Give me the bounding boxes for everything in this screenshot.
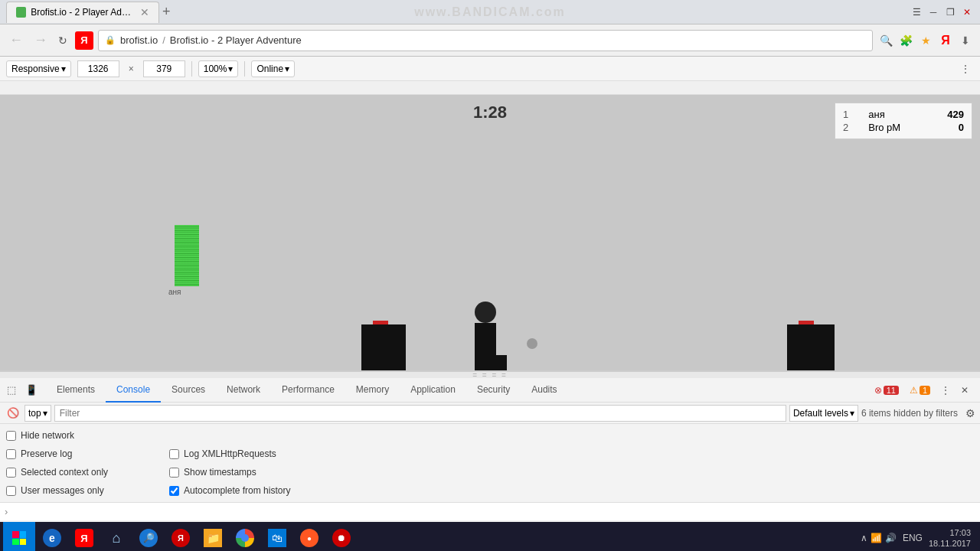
- preserve-log-label: Preserve log: [21, 448, 72, 459]
- menu-icon[interactable]: ☰: [910, 5, 923, 19]
- console-input-row: ›: [0, 502, 980, 520]
- start-button[interactable]: [3, 522, 35, 551]
- error-badge: 11: [884, 386, 899, 395]
- clear-console-button[interactable]: 🚫: [5, 405, 21, 422]
- forward-button[interactable]: →: [31, 31, 51, 50]
- clock[interactable]: 17:03 18.11.2017: [929, 527, 971, 549]
- ya2-icon: Я: [172, 529, 190, 547]
- show-timestamps-checkbox[interactable]: [169, 468, 179, 478]
- ruler: [0, 81, 980, 95]
- level-selector[interactable]: Default levels ▾: [789, 405, 858, 422]
- dimension-separator: ×: [126, 64, 137, 74]
- responsive-toolbar: Responsive ▾ × 100% ▾ Online ▾ ⋮: [0, 57, 980, 81]
- platform-left: [361, 324, 406, 370]
- selected-context-label: Selected context only: [21, 467, 108, 478]
- responsive-dropdown[interactable]: Responsive ▾: [6, 60, 71, 77]
- language-indicator[interactable]: ENG: [900, 533, 926, 543]
- player2-score: 0: [959, 122, 964, 133]
- platform-center: [475, 355, 507, 370]
- system-tray: ∧ 📶 🔊 ENG 17:03 18.11.2017: [861, 527, 977, 549]
- browser-tab[interactable]: Brofist.io - 2 Player Adve... ✕: [6, 2, 159, 23]
- tab-close-button[interactable]: ✕: [140, 6, 149, 18]
- taskbar-orange[interactable]: ●: [294, 522, 325, 551]
- yandex-logo: Я: [75, 31, 93, 50]
- autocomplete-checkbox[interactable]: [169, 486, 179, 496]
- selected-context-checkbox[interactable]: [6, 468, 16, 478]
- taskbar-store[interactable]: 🛍: [262, 522, 292, 551]
- new-tab-button[interactable]: +: [162, 4, 171, 20]
- user-messages-option: User messages only: [6, 482, 108, 499]
- player1-score: 429: [947, 109, 964, 120]
- score-row-2: 2 Bro pM 0: [843, 121, 964, 134]
- tab-performance[interactable]: Performance: [271, 378, 345, 403]
- error-icon: ⊗: [874, 385, 882, 396]
- mobile-button[interactable]: 📱: [23, 382, 40, 399]
- player-green-label: аня: [168, 288, 181, 296]
- settings-button[interactable]: ⋮: [957, 60, 974, 77]
- taskbar-search[interactable]: 🔎: [133, 522, 164, 551]
- zoom-arrow: ▾: [228, 64, 233, 74]
- inspect-element-button[interactable]: ⬚: [3, 382, 20, 399]
- store-icon: 🛍: [268, 529, 286, 547]
- taskbar-ie[interactable]: e: [37, 522, 67, 551]
- context-selector[interactable]: top ▾: [24, 405, 51, 422]
- more-options-button[interactable]: ⋮: [937, 383, 954, 397]
- network-tray-icon[interactable]: 📶: [871, 533, 882, 543]
- tab-security[interactable]: Security: [466, 378, 521, 403]
- tab-elements[interactable]: Elements: [46, 378, 106, 403]
- restore-button[interactable]: ❒: [943, 5, 957, 19]
- zoom-label: 100%: [204, 64, 227, 74]
- log-xhr-label: Log XMLHttpRequests: [184, 448, 276, 459]
- minimize-button[interactable]: ─: [926, 5, 940, 19]
- context-arrow: ▾: [43, 408, 47, 419]
- tray-up-arrow[interactable]: ∧: [861, 533, 867, 543]
- back-button[interactable]: ←: [6, 31, 26, 50]
- show-timestamps-option: Show timestamps: [169, 464, 290, 481]
- taskbar-home[interactable]: ⌂: [101, 522, 132, 551]
- log-xhr-checkbox[interactable]: [169, 449, 179, 459]
- platform-right: [787, 324, 835, 370]
- yandex-account-icon[interactable]: Я: [937, 32, 954, 49]
- taskbar-chrome[interactable]: [230, 522, 260, 551]
- tab-application[interactable]: Application: [400, 378, 466, 403]
- taskbar-file[interactable]: 📁: [198, 522, 228, 551]
- taskbar-red[interactable]: ⏺: [326, 522, 357, 551]
- address-bar[interactable]: 🔒 brofist.io / Brofist.io - 2 Player Adv…: [98, 30, 873, 51]
- time-display: 17:03: [929, 527, 971, 538]
- hide-network-checkbox[interactable]: [6, 431, 16, 441]
- console-settings-button[interactable]: ⚙: [965, 407, 975, 419]
- network-dropdown[interactable]: Online ▾: [251, 60, 295, 77]
- reload-button[interactable]: ↻: [55, 33, 70, 48]
- rank-2: 2: [843, 122, 848, 133]
- zoom-dropdown[interactable]: 100% ▾: [198, 60, 239, 77]
- console-prompt: ›: [5, 506, 8, 517]
- devtools-tab-icons: ⊗ 11 ⚠ 1 ⋮ ✕: [871, 383, 977, 397]
- taskbar-ya2[interactable]: Я: [165, 522, 196, 551]
- devtools-tabs: ⬚ 📱 Elements Console Sources Network Per…: [0, 378, 980, 403]
- warn-count: ⚠ 1: [906, 383, 934, 397]
- taskbar-yandex[interactable]: Я: [69, 522, 100, 551]
- win-e: [12, 539, 19, 546]
- console-input[interactable]: [11, 507, 975, 517]
- tab-sources[interactable]: Sources: [161, 378, 216, 403]
- extensions-button[interactable]: 🧩: [897, 32, 914, 49]
- search-button[interactable]: 🔍: [877, 32, 894, 49]
- volume-tray-icon[interactable]: 🔊: [885, 533, 897, 543]
- tab-network[interactable]: Network: [216, 378, 271, 403]
- download-button[interactable]: ⬇: [957, 32, 974, 49]
- width-input[interactable]: [77, 60, 119, 77]
- user-messages-checkbox[interactable]: [6, 486, 16, 496]
- level-label: Default levels: [793, 408, 848, 419]
- close-button[interactable]: ✕: [960, 5, 974, 19]
- tab-console[interactable]: Console: [106, 378, 161, 403]
- preserve-log-checkbox[interactable]: [6, 449, 16, 459]
- tab-memory[interactable]: Memory: [345, 378, 400, 403]
- close-devtools-button[interactable]: ✕: [957, 383, 972, 397]
- level-arrow: ▾: [850, 408, 854, 419]
- tab-audits[interactable]: Audits: [521, 378, 567, 403]
- bookmark-button[interactable]: ★: [917, 32, 934, 49]
- windows-logo: [12, 531, 26, 545]
- height-input[interactable]: [143, 60, 185, 77]
- filter-input[interactable]: [54, 405, 786, 422]
- log-xhr-option: Log XMLHttpRequests: [169, 445, 290, 462]
